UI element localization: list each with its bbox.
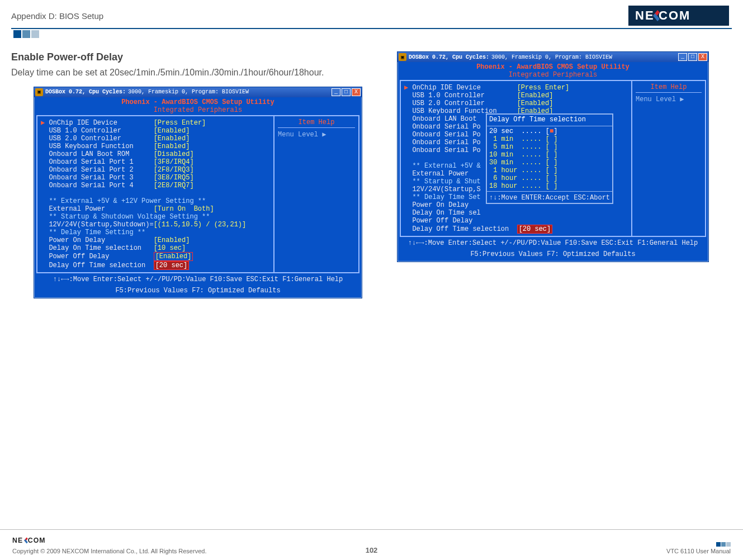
minimize-button[interactable]: _ xyxy=(678,53,687,61)
bios-setting-row[interactable]: External Power [Turn On Both] xyxy=(41,205,270,213)
section-heading: Enable Power-off Delay xyxy=(11,51,369,63)
bios-setting-row[interactable]: Onboard Serial Port 1 [3F8/IRQ4] xyxy=(41,158,270,166)
close-button[interactable]: X xyxy=(352,88,361,96)
popup-title: Delay Off Time selection xyxy=(489,116,610,125)
help-menu-level: Menu Level ▶ xyxy=(636,95,702,103)
help-menu-level: Menu Level ▶ xyxy=(278,130,355,139)
bios-setting-row[interactable]: Onboard Serial Port 2 [2F8/IRQ3] xyxy=(41,166,270,174)
maximize-button[interactable]: □ xyxy=(342,88,351,96)
decorative-squares xyxy=(11,30,732,38)
popup-option[interactable]: 20 sec ..... [■] xyxy=(489,127,610,135)
bios-setting-row[interactable]: Delay On Time sel xyxy=(404,209,631,217)
bios-setting-row[interactable]: ▶ OnChip IDE Device [Press Enter] xyxy=(41,118,270,127)
titlebar-value: 3000, Frameskip 0, Program: BIOSVIEW xyxy=(491,54,676,60)
bios-footer-keys-2: F5:Previous Values F7: Optimized Default… xyxy=(400,249,706,260)
titlebar-label: DOSBox 0.72, Cpu Cycles: xyxy=(409,54,489,60)
bios-setting-row[interactable]: USB 1.0 Controller [Enabled] xyxy=(404,92,631,99)
titlebar-value: 3000, Frameskip 0, Program: BIOSVIEW xyxy=(128,89,329,95)
bios-subtitle: Integrated Peripherals xyxy=(400,71,706,79)
popup-option[interactable]: 5 min ..... [ ] xyxy=(489,143,610,151)
maximize-button[interactable]: □ xyxy=(688,53,697,61)
bios-setting-row[interactable]: ** External +5V & +12V Power Setting ** xyxy=(41,197,270,205)
help-header: Item Help xyxy=(278,118,355,128)
bios-title: Phoenix - AwardBIOS CMOS Setup Utility xyxy=(400,63,706,71)
bios-setting-row[interactable]: USB 2.0 Controller [Enabled] xyxy=(404,99,631,107)
bios-setting-row[interactable]: Power Off Delay [Enabled] xyxy=(41,252,270,261)
bios-setting-row[interactable]: ** Startup & Shutdown Voltage Setting ** xyxy=(41,213,270,221)
bios-subtitle: Integrated Peripherals xyxy=(36,106,359,114)
bios-footer-keys-1: ↑↓←→:Move Enter:Select +/-/PU/PD:Value F… xyxy=(400,238,706,249)
bios-setting-row[interactable]: Onboard Serial Port 3 [3E8/IRQ5] xyxy=(41,174,270,182)
bios-setting-row[interactable]: ** Delay Time Setting ** xyxy=(41,229,270,236)
bios-setting-row[interactable]: USB 2.0 Controller [Enabled] xyxy=(41,135,270,143)
header-divider xyxy=(11,28,732,29)
minimize-button[interactable]: _ xyxy=(332,88,340,96)
dosbox-icon: ▣ xyxy=(35,88,43,96)
popup-footer: ↑↓:Move ENTER:Accept ESC:Abort xyxy=(489,193,610,202)
bios-setting-row[interactable]: Power Off Delay xyxy=(404,217,631,225)
svg-text:NE: NE xyxy=(635,8,655,22)
popup-option[interactable]: 10 min ..... [ ] xyxy=(489,151,610,159)
popup-option[interactable]: 30 min ..... [ ] xyxy=(489,159,610,167)
bios-footer-keys-1: ↑↓←→:Move Enter:Select +/-/PU/PD:Value F… xyxy=(36,274,359,286)
bios-setting-row[interactable]: 12V/24V(Startup,Shutdown)=[(11.5,10.5) /… xyxy=(41,221,270,229)
bios-window-right: ▣ DOSBox 0.72, Cpu Cycles: 3000, Framesk… xyxy=(397,51,709,262)
popup-option[interactable]: 6 hour ..... [ ] xyxy=(489,174,610,182)
bios-footer-keys-2: F5:Previous Values F7: Optimized Default… xyxy=(36,286,359,297)
delay-off-popup[interactable]: Delay Off Time selection 20 sec ..... [■… xyxy=(486,113,613,204)
svg-text:COM: COM xyxy=(659,8,690,22)
bios-setting-row[interactable]: Onboard Serial Port 4 [2E8/IRQ7] xyxy=(41,182,270,189)
bios-setting-row[interactable]: Delay Off Time selection [20 sec] xyxy=(41,261,270,270)
bios-setting-row[interactable]: Delay Off Time selection [20 sec] xyxy=(404,225,631,234)
popup-option[interactable]: 1 hour ..... [ ] xyxy=(489,167,610,174)
titlebar-label: DOSBox 0.72, Cpu Cycles: xyxy=(45,89,126,95)
close-button[interactable]: X xyxy=(698,53,707,61)
bios-setting-row[interactable] xyxy=(41,189,270,197)
section-body: Delay time can be set at 20sec/1min./5mi… xyxy=(11,67,369,79)
popup-option[interactable]: 18 hour ..... [ ] xyxy=(489,182,610,190)
dosbox-icon: ▣ xyxy=(399,53,406,61)
bios-setting-row[interactable]: Delay On Time selection [10 sec] xyxy=(41,244,270,252)
popup-option[interactable]: 1 min ..... [ ] xyxy=(489,135,610,143)
bios-setting-row[interactable]: Onboard LAN Boot ROM [Disabled] xyxy=(41,150,270,158)
bios-setting-row[interactable]: USB 1.0 Controller [Enabled] xyxy=(41,127,270,135)
appendix-title: Appendix D: BIOS Setup xyxy=(11,11,103,21)
help-header: Item Help xyxy=(636,83,702,93)
nexcom-logo: NE COM xyxy=(628,6,729,26)
bios-setting-row[interactable]: ▶ OnChip IDE Device [Press Enter] xyxy=(404,83,631,92)
bios-title: Phoenix - AwardBIOS CMOS Setup Utility xyxy=(36,98,359,106)
bios-setting-row[interactable]: Power On Delay [Enabled] xyxy=(41,236,270,244)
bios-setting-row[interactable]: USB Keyboard Function [Enabled] xyxy=(41,143,270,150)
bios-settings-list[interactable]: ▶ OnChip IDE Device [Press Enter] USB 1.… xyxy=(37,116,275,272)
bios-window-left: ▣ DOSBox 0.72, Cpu Cycles: 3000, Framesk… xyxy=(34,87,362,298)
